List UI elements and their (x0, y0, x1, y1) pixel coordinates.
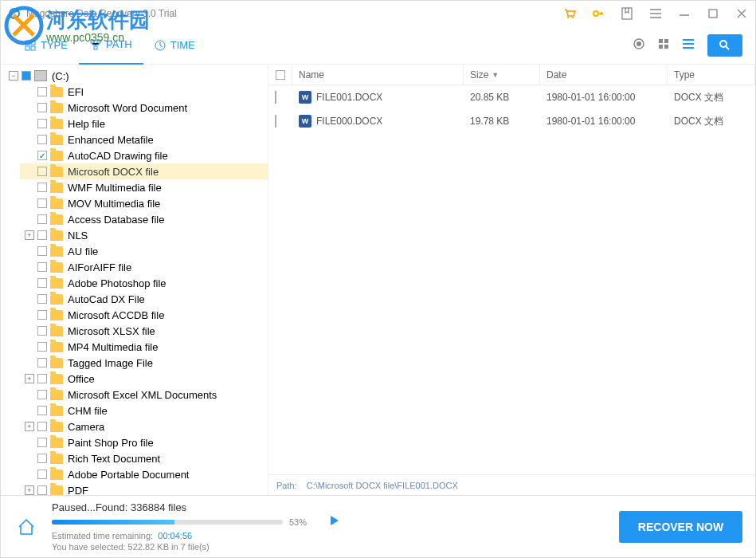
tree-item[interactable]: AutoCad DX File (20, 291, 268, 307)
svg-rect-20 (659, 39, 663, 43)
maximize-button[interactable] (706, 6, 720, 21)
tree-item-label: Camera (68, 421, 104, 433)
tree-checkbox[interactable] (37, 358, 47, 367)
list-view-icon[interactable] (682, 38, 695, 53)
search-button[interactable] (707, 34, 742, 57)
tree-item[interactable]: Tagged Image File (20, 355, 268, 371)
tree-item-label: Help file (68, 118, 105, 130)
tree-item[interactable]: Microsoft DOCX file (20, 163, 268, 179)
tree-item[interactable]: CHM file (20, 403, 268, 418)
disk-icon (34, 70, 47, 81)
tree-checkbox[interactable] (37, 87, 47, 96)
folder-icon (50, 294, 63, 305)
tree-item[interactable]: AutoCAD Drawing file (20, 147, 268, 163)
menu-icon[interactable] (648, 6, 663, 21)
tree-item[interactable]: AU file (20, 243, 268, 259)
tree-item[interactable]: AIForAIFF file (20, 259, 268, 275)
tree-item[interactable]: Microsoft Excel XML Documents (20, 387, 268, 403)
tree-checkbox[interactable] (37, 198, 47, 208)
tree-checkbox[interactable] (37, 151, 47, 160)
tree-checkbox[interactable] (37, 310, 47, 320)
key-icon[interactable] (591, 6, 605, 21)
tree-checkbox[interactable] (37, 135, 47, 144)
select-all-checkbox[interactable] (276, 70, 285, 80)
row-checkbox[interactable] (275, 115, 276, 128)
svg-rect-21 (664, 39, 668, 43)
tree-checkbox[interactable] (37, 183, 47, 192)
tree-item-label: CHM file (68, 405, 108, 417)
resume-button[interactable] (329, 515, 340, 529)
tree-item[interactable]: Adobe Portable Document (20, 466, 268, 482)
grid-view-icon[interactable] (658, 38, 669, 53)
row-checkbox[interactable] (275, 91, 276, 104)
tree-checkbox[interactable] (37, 262, 47, 272)
folder-icon (50, 470, 63, 480)
book-icon[interactable] (620, 6, 634, 21)
tree-item[interactable]: +Camera (20, 418, 268, 434)
folder-icon (50, 246, 63, 257)
tab-path[interactable]: PATH (79, 26, 143, 65)
tabs-toolbar: TYPE PATH TIME (1, 26, 755, 65)
tree-item[interactable]: Access Database file (20, 211, 268, 227)
tree-checkbox[interactable] (37, 438, 47, 447)
tree-checkbox[interactable] (37, 374, 47, 383)
recover-button[interactable]: RECOVER NOW (619, 511, 742, 543)
svg-rect-12 (25, 46, 29, 50)
svg-point-5 (567, 17, 569, 18)
tree-item[interactable]: Rich Text Document (20, 450, 268, 466)
tree-checkbox[interactable] (37, 246, 47, 256)
tree-checkbox[interactable] (37, 294, 47, 304)
preview-icon[interactable] (633, 37, 645, 53)
column-type[interactable]: Type (668, 65, 755, 84)
tree-checkbox[interactable] (37, 167, 47, 176)
tree-checkbox[interactable] (37, 422, 47, 431)
tree-root-node[interactable]: − (C:) (4, 68, 268, 84)
close-button[interactable] (734, 6, 749, 21)
cart-icon[interactable] (562, 6, 577, 21)
folder-icon (50, 135, 63, 145)
tree-item-label: Rich Text Document (68, 453, 160, 465)
tree-item[interactable]: Microsoft XLSX file (20, 323, 268, 339)
folder-icon (50, 390, 63, 400)
tree-checkbox[interactable] (37, 485, 47, 495)
tree-checkbox[interactable] (37, 278, 47, 288)
tree-item[interactable]: Microsoft ACCDB file (20, 307, 268, 323)
tree-checkbox[interactable] (37, 454, 47, 463)
folder-icon (50, 342, 63, 352)
tree-checkbox[interactable] (37, 470, 47, 479)
tree-item[interactable]: Microsoft Word Document (20, 100, 268, 116)
tree-item[interactable]: +NLS (20, 227, 268, 243)
table-row[interactable]: WFILE001.DOCX20.85 KB1980-01-01 16:00:00… (268, 85, 755, 109)
tree-checkbox[interactable] (37, 230, 47, 240)
tree-item[interactable]: +PDF (20, 482, 268, 495)
home-button[interactable] (14, 514, 39, 540)
tree-item[interactable]: Adobe Photoshop file (20, 275, 268, 291)
column-name[interactable]: Name (292, 65, 464, 84)
tree-checkbox[interactable] (37, 326, 47, 336)
tree-checkbox[interactable] (37, 390, 47, 399)
svg-point-4 (15, 9, 18, 12)
tree-item[interactable]: +Office (20, 371, 268, 387)
tree-item[interactable]: MOV Multimedia file (20, 195, 268, 211)
tree-item[interactable]: Paint Shop Pro file (20, 434, 268, 450)
folder-icon (50, 454, 63, 464)
tab-time[interactable]: TIME (143, 26, 206, 65)
tree-checkbox[interactable] (37, 214, 47, 224)
column-size[interactable]: Size▼ (464, 65, 540, 84)
tree-checkbox[interactable] (37, 342, 47, 352)
tree-item[interactable]: Help file (20, 116, 268, 132)
tree-item[interactable]: Enhanced Metafile (20, 132, 268, 147)
tree-item[interactable]: MP4 Multimedia file (20, 339, 268, 355)
minimize-button[interactable] (677, 6, 691, 21)
selection-summary: You have selected: 522.82 KB in 7 file(s… (52, 542, 606, 552)
tree-checkbox[interactable] (37, 406, 47, 415)
table-row[interactable]: WFILE000.DOCX19.78 KB1980-01-01 16:00:00… (268, 109, 755, 133)
docx-file-icon: W (299, 115, 311, 128)
tree-checkbox[interactable] (37, 119, 47, 128)
column-date[interactable]: Date (540, 65, 668, 84)
folder-tree[interactable]: − (C:) EFIMicrosoft Word DocumentHelp fi… (1, 65, 268, 495)
tree-item[interactable]: WMF Multimedia file (20, 179, 268, 195)
tab-type[interactable]: TYPE (14, 26, 79, 65)
tree-checkbox[interactable] (37, 103, 47, 112)
tree-item[interactable]: EFI (20, 84, 268, 100)
